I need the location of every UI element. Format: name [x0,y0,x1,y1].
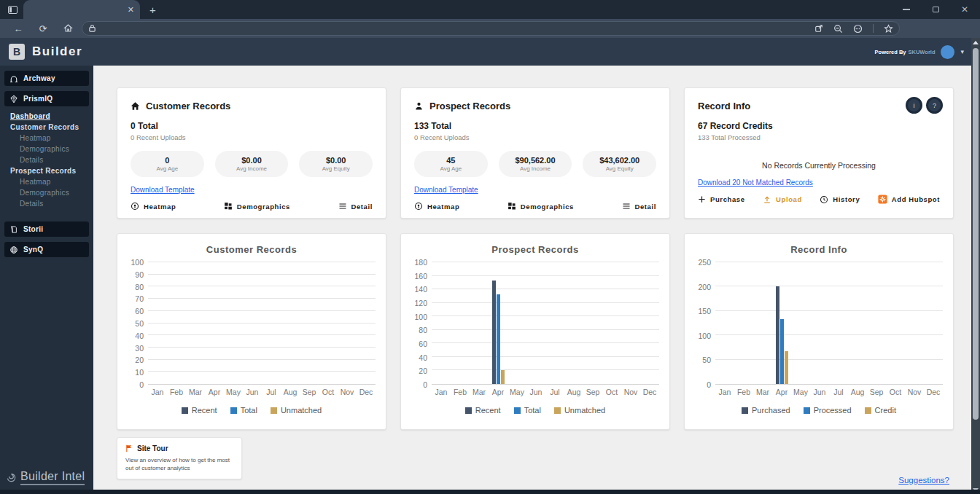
sidebar-item-archway[interactable]: Archway [4,71,89,86]
bar-recent-apr [492,281,496,384]
legend-item-processed: Processed [804,406,852,415]
stat-value: $43,602.00 [599,156,639,165]
gridline [148,262,376,262]
action-demographics[interactable]: Demographics [508,202,574,211]
tab-layout-icon[interactable] [7,4,19,15]
action-detail[interactable]: Detail [338,202,373,211]
customer-records-chart: Customer Records0102030405060708090100Ja… [117,233,386,430]
help-button[interactable]: ? [926,97,943,114]
action-purchase[interactable]: Purchase [698,195,745,203]
y-axis-labels: 050100150200250 [695,262,715,385]
suggestions-link[interactable]: Suggestions? [898,476,949,485]
y-axis-labels: 020406080100120140160180 [411,262,432,385]
gridline [715,286,943,286]
sidebar-item-prismiq[interactable]: PrismIQ [4,91,89,106]
browser-tab[interactable]: ✕ [23,0,140,19]
y-tick-label: 40 [135,332,144,340]
legend-swatch [865,407,871,414]
action-upload[interactable]: Upload [763,195,802,204]
site-tour-card[interactable]: Site Tour View an overview of how to get… [117,437,242,479]
total-count: 0 Total [131,121,373,131]
legend-label: Purchased [752,406,790,415]
bookmark-star-icon[interactable] [884,24,893,34]
sidebar-link-details[interactable]: Details [20,200,90,208]
action-heatmap[interactable]: Heatmap [414,202,459,211]
y-tick-label: 250 [698,258,711,267]
scroll-up-arrow[interactable] [971,38,980,47]
legend-label: Processed [814,406,852,415]
sidebar-link-details[interactable]: Details [20,156,90,164]
refresh-icon[interactable]: ⟳ [36,24,50,34]
download-template-link[interactable]: Download Template [414,186,478,194]
x-tick-label: Sep [300,388,319,396]
card-title: Customer Records [146,101,230,111]
card-actions: PurchaseUploadHistoryAdd Hubspot [698,195,940,204]
sidebar-link-demographics[interactable]: Demographics [20,189,90,197]
address-bar[interactable] [82,21,900,36]
extensions-menu-icon[interactable] [853,24,863,34]
y-tick-label: 160 [414,272,427,281]
x-tick-label: Apr [489,388,508,396]
sidebar-link-demographics[interactable]: Demographics [20,145,90,153]
card-actions: HeatmapDemographicsDetail [131,202,373,211]
stat-value: $0.00 [241,156,262,165]
sidebar-link-prospect-records[interactable]: Prospect Records [10,167,90,175]
action-heatmap[interactable]: Heatmap [131,202,176,211]
globe-icon [9,246,18,254]
new-tab-button[interactable]: + [146,3,160,17]
action-label: Demographics [237,203,290,211]
sidebar-link-customer-records[interactable]: Customer Records [10,123,90,131]
download-not-matched-link[interactable]: Download 20 Not Matched Records [698,179,813,187]
gridline [148,334,376,335]
sidebar-item-storii[interactable]: Storii [4,221,89,237]
window-close-button[interactable]: ✕ [960,4,970,15]
legend-swatch [465,407,472,414]
x-tick-label: Feb [167,388,186,396]
action-add-hubspot[interactable]: Add Hubspot [878,195,940,204]
action-history[interactable]: History [820,195,860,204]
info-button[interactable]: i [906,97,922,114]
x-tick-label: Oct [602,388,621,396]
y-tick-label: 50 [702,356,711,364]
sidebar-item-synq[interactable]: SynQ [4,242,89,257]
x-tick-label: Mar [753,388,772,396]
action-demographics[interactable]: Demographics [224,202,290,211]
sidebar-link-heatmap[interactable]: Heatmap [20,134,90,142]
x-tick-label: Jun [810,388,829,396]
hubspot-icon [878,195,887,204]
window-maximize-button[interactable] [930,4,941,15]
x-tick-label: Jun [243,388,262,396]
window-minimize-button[interactable] [901,4,911,15]
legend-swatch [554,407,561,414]
gridline [715,310,943,311]
x-tick-label: Dec [357,388,376,396]
home-icon [131,101,140,111]
home-icon[interactable] [61,23,74,34]
chevron-down-icon[interactable]: ▾ [960,48,964,55]
site-tour-title: Site Tour [137,444,168,452]
gridline [432,369,659,370]
sidebar-link-dashboard[interactable]: Dashboard [10,112,90,120]
swirl-icon [6,472,17,483]
y-tick-label: 10 [135,368,144,377]
tab-close-icon[interactable]: ✕ [128,6,134,14]
x-tick-label: Mar [186,388,205,396]
x-tick-label: Sep [867,388,886,396]
gridline [148,274,376,275]
download-template-link[interactable]: Download Template [131,186,195,194]
y-axis-labels: 0102030405060708090100 [128,262,148,385]
avatar[interactable] [941,45,954,59]
share-icon[interactable] [814,24,823,33]
sidebar-link-heatmap[interactable]: Heatmap [20,178,90,186]
page-scrollbar[interactable] [971,38,980,494]
scrollbar-thumb[interactable] [973,48,979,420]
y-tick-label: 140 [414,285,427,294]
back-icon[interactable]: ← [12,24,25,34]
zoom-out-icon[interactable] [833,24,843,34]
x-tick-label: Feb [734,388,753,396]
x-tick-label: Aug [848,388,867,396]
gridline [432,289,659,289]
list-icon [622,202,631,211]
action-label: Demographics [521,203,574,211]
action-detail[interactable]: Detail [622,202,656,211]
